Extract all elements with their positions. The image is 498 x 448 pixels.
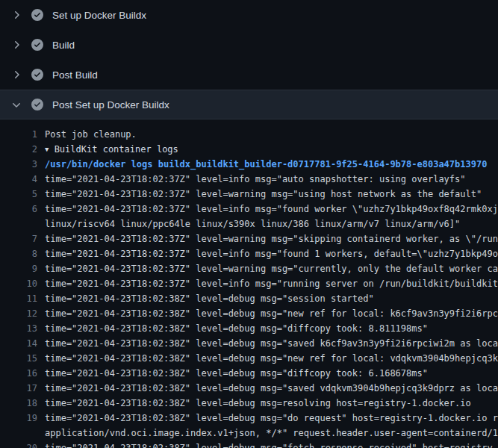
log-text: time="2021-04-23T18:02:38Z" level=debug … (45, 366, 428, 381)
line-number[interactable]: 16 (0, 366, 37, 381)
step-list: Set up Docker Buildx Build Post Build (0, 0, 498, 119)
log-row: 17 time="2021-04-23T18:02:38Z" level=deb… (0, 381, 498, 396)
line-number[interactable]: 12 (0, 306, 37, 321)
log-text: time="2021-04-23T18:02:37Z" level=info m… (45, 202, 498, 217)
log-row: 18 time="2021-04-23T18:02:38Z" level=deb… (0, 396, 498, 411)
line-number[interactable]: 1 (0, 127, 37, 142)
line-number[interactable] (0, 426, 37, 441)
step-label: Set up Docker Buildx (52, 10, 146, 21)
log-row: application/vnd.oci.image.index.v1+json,… (0, 426, 498, 441)
check-circle-icon (31, 9, 43, 21)
log-text: time="2021-04-23T18:02:38Z" level=debug … (45, 291, 374, 306)
chevron-down-icon (10, 99, 22, 111)
log-row: 1 Post job cleanup. (0, 127, 498, 142)
log-row: 5 time="2021-04-23T18:02:37Z" level=warn… (0, 187, 498, 202)
log-text: time="2021-04-23T18:02:38Z" level=debug … (45, 381, 498, 396)
line-number[interactable]: 19 (0, 411, 37, 426)
line-number[interactable]: 15 (0, 351, 37, 366)
log-row: linux/riscv64 linux/ppc64le linux/s390x … (0, 217, 498, 231)
log-text: Post job cleanup. (45, 127, 137, 142)
log-row: 7 time="2021-04-23T18:02:37Z" level=warn… (0, 231, 498, 246)
line-number[interactable]: 5 (0, 187, 37, 202)
log-text: /usr/bin/docker logs buildx_buildkit_bui… (45, 157, 487, 172)
log-row: 8 time="2021-04-23T18:02:37Z" level=info… (0, 246, 498, 261)
log-text: application/vnd.oci.image.index.v1+json,… (45, 426, 498, 441)
line-number[interactable]: 10 (0, 276, 37, 291)
chevron-right-icon (10, 9, 22, 21)
log-row: 6 time="2021-04-23T18:02:37Z" level=info… (0, 202, 498, 217)
log-row: 15 time="2021-04-23T18:02:38Z" level=deb… (0, 351, 498, 366)
log-text: time="2021-04-23T18:02:37Z" level=info m… (45, 246, 498, 261)
line-number[interactable]: 3 (0, 157, 37, 172)
step-header[interactable]: Post Build (0, 60, 498, 90)
step-header[interactable]: Build (0, 30, 498, 60)
log-row: 19 time="2021-04-23T18:02:38Z" level=deb… (0, 411, 498, 426)
log-row: 14 time="2021-04-23T18:02:38Z" level=deb… (0, 336, 498, 351)
line-number[interactable]: 20 (0, 441, 37, 448)
log-row: 20 time="2021-04-23T18:02:38Z" level=deb… (0, 441, 498, 448)
log-row: 13 time="2021-04-23T18:02:38Z" level=deb… (0, 321, 498, 336)
log-text: time="2021-04-23T18:02:37Z" level=warnin… (45, 261, 498, 276)
log-text[interactable]: ▼ BuildKit container logs (45, 142, 178, 157)
actions-log-viewer: Set up Docker Buildx Build Post Build (0, 0, 498, 448)
log-text: time="2021-04-23T18:02:38Z" level=debug … (45, 351, 498, 366)
log-text: time="2021-04-23T18:02:37Z" level=info m… (45, 276, 498, 291)
step-header[interactable]: Set up Docker Buildx (0, 0, 498, 30)
step-label: Post Set up Docker Buildx (52, 99, 169, 111)
log-text: time="2021-04-23T18:02:37Z" level=info m… (45, 172, 466, 187)
log-row: 2 ▼ BuildKit container logs (0, 142, 498, 157)
log-row: 12 time="2021-04-23T18:02:38Z" level=deb… (0, 306, 498, 321)
chevron-right-icon (10, 69, 22, 81)
log-row: 11 time="2021-04-23T18:02:38Z" level=deb… (0, 291, 498, 306)
line-number[interactable]: 13 (0, 321, 37, 336)
log-text: time="2021-04-23T18:02:38Z" level=debug … (45, 411, 498, 426)
line-number[interactable]: 2 (0, 142, 37, 157)
log-row: 3 /usr/bin/docker logs buildx_buildkit_b… (0, 157, 498, 172)
chevron-right-icon (10, 39, 22, 51)
step-label: Build (52, 40, 75, 51)
line-number[interactable] (0, 217, 37, 231)
log-row: 4 time="2021-04-23T18:02:37Z" level=info… (0, 172, 498, 187)
log-text: time="2021-04-23T18:02:38Z" level=debug … (45, 441, 493, 448)
disclosure-triangle-icon: ▼ (45, 142, 49, 157)
check-circle-icon (31, 39, 43, 51)
log-pane: 1 Post job cleanup. 2 ▼ BuildKit contain… (0, 119, 498, 448)
line-number[interactable]: 11 (0, 291, 37, 306)
log-row: 10 time="2021-04-23T18:02:37Z" level=inf… (0, 276, 498, 291)
step-label: Post Build (52, 69, 98, 81)
log-row: 9 time="2021-04-23T18:02:37Z" level=warn… (0, 261, 498, 276)
line-number[interactable]: 4 (0, 172, 37, 187)
check-circle-icon (31, 69, 43, 81)
line-number[interactable]: 14 (0, 336, 37, 351)
log-text: time="2021-04-23T18:02:38Z" level=debug … (45, 336, 498, 351)
log-text: time="2021-04-23T18:02:37Z" level=warnin… (45, 187, 482, 202)
log-text: time="2021-04-23T18:02:38Z" level=debug … (45, 321, 428, 336)
log-text: linux/riscv64 linux/ppc64le linux/s390x … (45, 217, 460, 231)
line-number[interactable]: 8 (0, 246, 37, 261)
line-number[interactable]: 17 (0, 381, 37, 396)
log-row: 16 time="2021-04-23T18:02:38Z" level=deb… (0, 366, 498, 381)
log-text: time="2021-04-23T18:02:38Z" level=debug … (45, 306, 498, 321)
line-number[interactable]: 6 (0, 202, 37, 217)
check-circle-icon (31, 99, 43, 111)
log-text: time="2021-04-23T18:02:37Z" level=warnin… (45, 231, 498, 246)
line-number[interactable]: 9 (0, 261, 37, 276)
line-number[interactable]: 7 (0, 231, 37, 246)
line-number[interactable]: 18 (0, 396, 37, 411)
step-header[interactable]: Post Set up Docker Buildx (0, 90, 498, 119)
log-text: time="2021-04-23T18:02:38Z" level=debug … (45, 396, 471, 411)
